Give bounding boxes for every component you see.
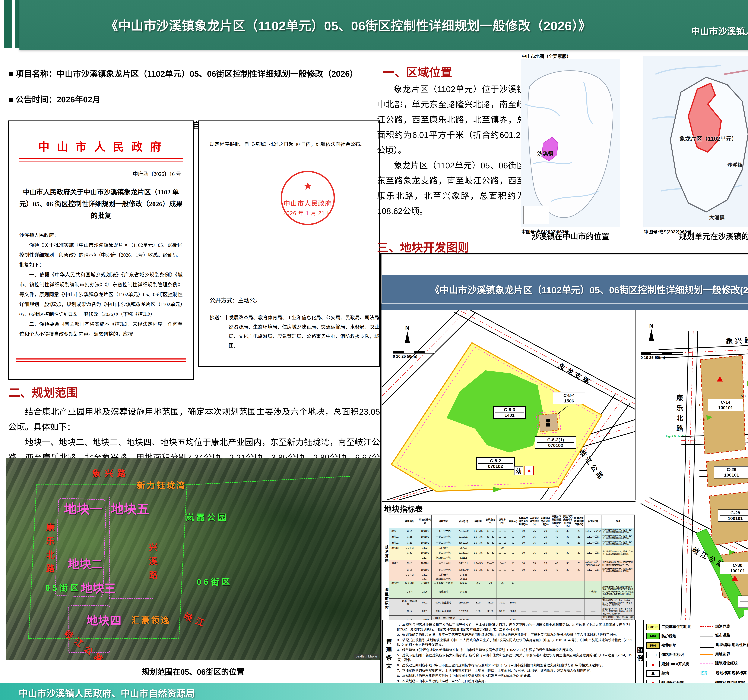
provision-item: 9、本规划经中山市人民政府批准后，自公布之日起开始实施。 (397, 679, 632, 683)
table-cell: —— (562, 581, 573, 585)
table-cell: 23843.49 (455, 567, 472, 573)
table-cell: C-15 (401, 560, 418, 567)
table-cell: 25 (573, 528, 584, 534)
legend-item: 墓地 (646, 670, 699, 677)
column-header (389, 515, 401, 528)
table-cell: —— (540, 556, 551, 560)
plot-label: 地块五 (111, 499, 149, 517)
table-cell: 0901 (418, 607, 432, 616)
parcel-label-C-8-2: C-8-2070102 (476, 457, 515, 470)
table-cell: 35 (529, 540, 540, 546)
table-cell: 6211.1 (455, 556, 472, 560)
table-cell: 40 (551, 550, 562, 556)
provision-item: 1、本规划是街区地块建设和开发的法定指导性文件，自本规划批准之日起，规划区范围内… (397, 622, 632, 632)
table-cell: 25 (573, 534, 584, 540)
table-cell: —— (562, 585, 573, 598)
table-cell: —— (540, 607, 551, 616)
table-cell: 19133.03 (455, 550, 472, 556)
table-cell: 城镇道路用地 (432, 577, 455, 581)
table-cell: —— (529, 581, 540, 585)
table-cell: 地块五 (389, 560, 401, 567)
table-cell: 50 (508, 528, 518, 534)
plan-block6: C-8-31401 C-8-41506 C-8-2(1)070102 C-8-2… (382, 310, 635, 500)
table-cell (584, 573, 602, 577)
table-cell (584, 581, 602, 585)
table-cell: —— (472, 556, 484, 560)
table-cell: 地块二 (389, 534, 401, 540)
dimension: 8.0 (742, 361, 746, 365)
table-cell: —— (562, 546, 573, 550)
table-cell: —— (508, 556, 518, 560)
parcel-label-C-30: C-30100101 (720, 562, 748, 574)
place-label: 新力钰珑湾 (137, 478, 186, 491)
citywide-location-map: 中山市地图（全要素版） 沙溪镇 审图号:粤S(2022)063号 (521, 59, 620, 227)
table-cell: 1506 (418, 585, 432, 598)
table-row: 地块四C-24(1)1402防护绿地3570.8————90——————————… (389, 546, 634, 550)
legend-swatch (700, 642, 714, 648)
section1-paragraph: 象龙片区（1102单元）位于沙溪镇中北部，单元东至路隆兴北路，南至岐江公路，西至… (377, 82, 525, 158)
table-cell: 1.0—3.5 (472, 550, 484, 556)
table-cell: 10—15 (497, 560, 508, 567)
table-cell: —— (472, 585, 484, 598)
scale-bar: 0 10 25 50(m) (393, 351, 435, 359)
table-cell: 25 (573, 567, 584, 573)
table-cell (602, 546, 634, 550)
legend-swatch (700, 654, 713, 655)
table-cell: 生产性建筑高度≤50米，特殊工艺除外；配套设施建筑高度≤100米。 (602, 534, 634, 540)
map1-caption: 沙溪镇在中山市的位置 (521, 230, 620, 241)
scale-bar: 0 10 25 50(m) (641, 352, 683, 360)
provision-item: 4、绿色建筑指引:规划地块的新建建筑应按《中山市绿色建筑发展专项规划（2022-… (397, 648, 632, 652)
column-header: 备注 (602, 515, 634, 528)
road-label: 岐江 (182, 609, 210, 630)
table-cell: 100101 (418, 528, 432, 534)
road-name: 象兴路 (726, 335, 748, 346)
header-stripe-1 (4, 0, 12, 48)
table-cell: —— (518, 556, 529, 560)
table-cell: —— (573, 607, 584, 616)
area-label: 沙溪镇 (537, 149, 553, 157)
map-credit: Leaflet | Maxar (354, 654, 379, 659)
table-cell (584, 546, 602, 550)
satellite-map: 象兴路 新力钰珑湾 地块一 地块五 康乐北路 兴溪路 岚霞公园 06街区 地块二… (6, 458, 380, 660)
table-cell: 地块三 (389, 540, 401, 546)
page-title: 《中山市沙溪镇象龙片区（1102单元）05、06街区控制性详细规划一般修改（20… (105, 16, 704, 34)
table-cell: C-17（局部地块） (401, 598, 418, 607)
table-cell: —— (562, 556, 573, 560)
area-label: 象龙片区（1102单元） (680, 134, 737, 142)
table-cell: —— (573, 556, 584, 560)
legend: 070102 二类城镇住宅用地 1402 防护绿地 1506 殡葬用地 F——F… (643, 619, 748, 690)
table-cell (602, 581, 634, 585)
table-cell: 100101 (418, 550, 432, 556)
table-cell: C-24(1) (401, 546, 418, 550)
table-cell: 生产性建筑高度≤50米，特殊工艺除外；配套设施建筑高度≤100米。 (602, 550, 634, 556)
column-header: 地块编码 (401, 515, 418, 528)
table-cell: C-14 (401, 528, 418, 534)
table-cell: —— (518, 546, 529, 550)
kindergarten-icon: 幼 (514, 466, 523, 475)
table-cell: 30.00 (497, 607, 508, 616)
parcel-label-C-8-4: C-8-41506 (553, 392, 585, 405)
table-cell: 35—60 (484, 528, 497, 534)
table-cell: 10—15 (497, 567, 508, 573)
legend-item: 070102 二类城镇住宅用地 (646, 624, 699, 630)
table-cell: 1402 (418, 546, 432, 550)
legend-item: 规划界线 (700, 624, 748, 628)
table-cell: 地块一 (389, 528, 401, 534)
table-cell: 100101 (418, 560, 432, 567)
table-cell (389, 550, 401, 556)
table-cell: 35—60 (484, 550, 497, 556)
table-cell: 10KV开关站，规划移动基站 (584, 560, 602, 567)
table-cell: 22117.37 (455, 534, 472, 540)
section2-paragraph: 结合康北产业园用地及殡葬设施用地范围，确定本次规划范围主要涉及六个地块，总面积2… (8, 404, 380, 435)
parcel-label-C-24: C-241402 (744, 610, 748, 619)
table-row: C-17（局部地块）09010901 商业用地15016.103.0035.00… (389, 598, 634, 607)
legend-item: 1506 殡葬用地 (646, 642, 699, 649)
dimension: 15.0 (699, 403, 705, 407)
header-meta: 2026年02月 中山市沙溪镇人民政府、中山市自然资源局 (682, 8, 748, 39)
plot-label: 地块四 (87, 611, 122, 628)
footer-agencies: 中山市沙溪镇人民政府、中山市自然资源局 (19, 686, 195, 699)
legend-swatch (700, 626, 713, 627)
table-cell: —— (584, 607, 602, 616)
table-cell: —— (518, 585, 529, 598)
table-cell: —— (562, 598, 573, 607)
